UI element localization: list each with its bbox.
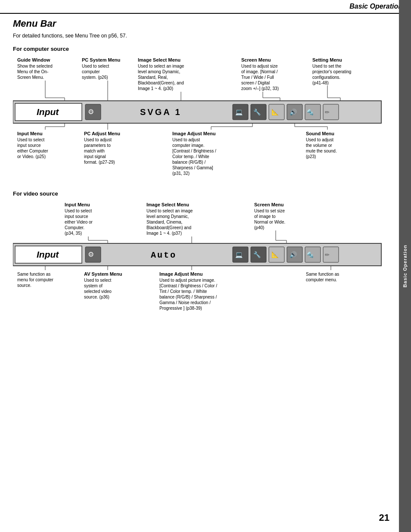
v-av-system-t4: source. (p36)	[84, 295, 109, 299]
menu-bar-icon7-glyph: ✏	[325, 109, 330, 115]
page-title: Menu Bar	[13, 18, 377, 29]
video-section-label: For video source	[13, 190, 377, 197]
v-input-menu-t5: (p34, 35)	[65, 231, 82, 236]
header-title: Basic Operation	[349, 3, 402, 10]
v-image-adjust-t2: [Contrast / Brightness / Color /	[159, 283, 217, 288]
b-image-adjust-t6: Sharpness / Gamma]	[172, 165, 213, 170]
v-image-select-t3: Standard, Cinema,	[146, 220, 182, 224]
v-input-menu-t2: input source	[65, 214, 88, 219]
v-screen-menu-t3: Normal or Wide.	[254, 220, 285, 224]
v-input-menu-t1: Used to select	[65, 208, 92, 213]
v-same-left-t3: source.	[17, 283, 31, 288]
b-sound-t2: the volume or	[306, 143, 332, 148]
computer-section-label: For computer source	[13, 46, 377, 52]
v-av-system-title: AV System Menu	[84, 271, 122, 277]
screen-menu-text3: True / Wide / Full	[241, 75, 274, 80]
guide-window-text1: Show the selected	[17, 64, 53, 68]
v-screen-menu-t2: of image to	[254, 214, 276, 219]
b-pc-adjust-t1: Used to adjust	[84, 137, 112, 142]
b-image-adjust-t7: (p31, 32)	[172, 171, 190, 176]
v-av-system-t1: Used to select	[84, 278, 112, 283]
image-select-title: Image Select Menu	[138, 57, 181, 62]
screen-menu-text1: Used to adjust size	[241, 64, 278, 68]
sidebar-text: Basic Operation	[402, 245, 408, 287]
b-image-adjust-t1: Used to adjust	[172, 137, 200, 142]
image-select-text1: Used to select an image	[138, 64, 184, 68]
v-same-left-t1: Same function as	[17, 272, 50, 277]
video-diagram: Input Menu Used to select input source e…	[13, 200, 388, 391]
v-mb-icon3-glyph: 🔧	[253, 251, 261, 258]
menu-bar-icon3-glyph: 🔧	[253, 109, 261, 116]
menu-bar-icon5-glyph: 🔊	[290, 109, 297, 116]
setting-menu-text1: Used to set the	[312, 64, 342, 68]
main-content: Menu Bar For detailed functions, see Men…	[0, 14, 399, 395]
pc-system-text3: system. (p26)	[82, 75, 108, 80]
subtitle: For detailed functions, see Menu Tree on…	[13, 33, 377, 39]
b-image-adjust-title: Image Adjust Menu	[172, 131, 215, 136]
v-input-menu-t4: Computer.	[65, 225, 84, 230]
image-select-text4: Blackboard(Green), and	[138, 81, 184, 85]
sidebar: Basic Operation	[399, 0, 411, 532]
menu-bar-icon2-glyph: 💻	[235, 109, 243, 116]
v-image-adjust-t4: balance (R/G/B) / Sharpness /	[159, 295, 217, 299]
setting-menu-text2: projector's operating	[312, 69, 351, 74]
setting-menu-title: Setting Menu	[312, 57, 342, 62]
v-image-select-t1: Used to select an image	[146, 208, 193, 213]
image-select-text5: Image 1 ~ 4. (p30)	[138, 86, 173, 91]
v-menu-bar-display: Auto	[151, 250, 177, 260]
v-image-adjust-t6: Progressive ] (p38-39)	[159, 306, 202, 311]
page-number: 21	[379, 512, 389, 523]
b-image-adjust-t4: Color temp. / White	[172, 154, 209, 159]
menu-bar-icon4-glyph: 📐	[271, 109, 279, 116]
screen-menu-title: Screen Menu	[241, 57, 271, 62]
v-screen-menu-t1: Used to set size	[254, 208, 285, 213]
b-sound-title: Sound Menu	[306, 131, 334, 136]
computer-diagram-svg: Guide Window Show the selected Menu of t…	[13, 56, 388, 189]
v-image-adjust-t1: Used to adjust picture image.	[159, 278, 215, 283]
v-image-select-t5: Image 1 ~ 4. (p37)	[146, 231, 182, 236]
setting-menu-text4: (p41-48)	[312, 81, 329, 85]
menu-bar-icon1-glyph: ⚙	[88, 108, 94, 115]
v-image-adjust-t3: Tint / Color temp. / White	[159, 289, 207, 294]
b-pc-adjust-t4: input signal	[84, 154, 106, 159]
v-av-system-t2: system of	[84, 283, 103, 288]
b-pc-adjust-t5: format. (p27-29)	[84, 160, 115, 165]
v-mb-icon7-glyph: ✏	[325, 252, 330, 258]
b-input-menu-t4: or Video. (p25)	[17, 154, 46, 159]
page-header: Basic Operation	[0, 0, 411, 14]
guide-window-title: Guide Window	[17, 57, 50, 62]
b-image-adjust-t5: balance (R/G/B) /	[172, 160, 206, 165]
b-sound-t1: Used to adjust	[306, 137, 333, 142]
b-pc-adjust-t2: parameters to	[84, 143, 111, 148]
b-input-menu-t3: either Computer	[17, 149, 48, 153]
v-mb-icon2-glyph: 💻	[235, 251, 243, 258]
v-mb-icon4-glyph: 📐	[271, 251, 279, 258]
b-pc-adjust-title: PC Adjust Menu	[84, 131, 120, 136]
v-input-menu-t3: either Video or	[65, 220, 93, 224]
b-pc-adjust-t3: match with	[84, 149, 105, 153]
guide-window-text3: Screen Menu.	[17, 75, 44, 80]
pc-system-text2: computer	[82, 69, 100, 74]
v-menu-bar-input-text: Input	[37, 249, 59, 259]
video-diagram-svg: Input Menu Used to select input source e…	[13, 200, 388, 390]
guide-window-text2: Menu of the On-	[17, 69, 48, 74]
v-input-menu-title: Input Menu	[65, 202, 90, 207]
pc-system-text1: Used to select	[82, 64, 109, 68]
menu-bar-display: SVGA 1	[140, 107, 182, 117]
b-input-menu-t2: input source	[17, 143, 41, 148]
v-image-select-title: Image Select Menu	[146, 202, 189, 207]
v-screen-menu-title: Screen Menu	[254, 202, 283, 207]
b-sound-t4: (p23)	[306, 154, 316, 159]
v-av-system-t3: selected video	[84, 289, 112, 294]
b-image-adjust-t3: [Contrast / Brightness /	[172, 149, 216, 153]
v-menu-bar-icon1-glyph: ⚙	[88, 251, 94, 258]
b-sound-t3: mute the sound.	[306, 149, 337, 153]
computer-diagram: Guide Window Show the selected Menu of t…	[13, 56, 388, 190]
v-mb-icon6-glyph: 🔩	[307, 251, 314, 258]
v-mb-icon5-glyph: 🔊	[290, 251, 297, 258]
setting-menu-text3: configurations.	[312, 75, 340, 80]
image-select-text3: Standard, Real,	[138, 75, 168, 80]
v-same-left-t2: menu for computer	[17, 277, 54, 282]
b-image-adjust-t2: computer image.	[172, 143, 204, 148]
screen-menu-text4: screen / Digital	[241, 81, 270, 85]
